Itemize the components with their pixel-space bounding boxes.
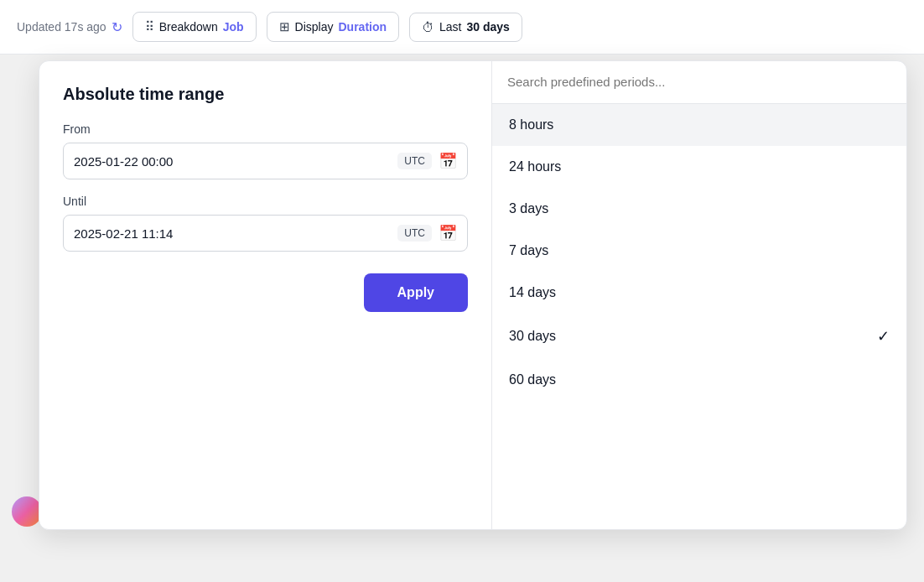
search-box — [492, 61, 906, 104]
period-list: 8 hours24 hours3 days7 days14 days30 day… — [492, 104, 906, 529]
clock-icon: ⏱ — [422, 20, 434, 34]
apply-button[interactable]: Apply — [364, 273, 468, 312]
period-label: 8 hours — [509, 117, 553, 133]
breakdown-job-button[interactable]: ⠿ Breakdown Job — [132, 12, 257, 42]
display-accent: Duration — [338, 20, 387, 34]
until-utc-badge: UTC — [397, 225, 432, 242]
until-label: Until — [63, 195, 468, 208]
search-input[interactable] — [507, 75, 891, 89]
last-30-days-button[interactable]: ⏱ Last 30 days — [409, 13, 522, 42]
until-input-wrapper: UTC 📅 — [63, 215, 468, 252]
until-input[interactable] — [74, 226, 391, 241]
columns-icon: ⊞ — [279, 19, 290, 34]
period-item[interactable]: 8 hours — [492, 104, 906, 146]
period-label: 60 days — [509, 372, 556, 387]
from-label: From — [63, 122, 468, 136]
display-duration-button[interactable]: ⊞ Display Duration — [267, 12, 399, 42]
from-input-wrapper: UTC 📅 — [63, 143, 468, 179]
period-label: 14 days — [509, 285, 556, 300]
left-panel: Absolute time range From UTC 📅 Until UTC… — [39, 61, 492, 529]
last-prefix: Last — [439, 20, 461, 34]
refresh-icon[interactable]: ↻ — [112, 19, 122, 35]
period-item[interactable]: 30 days✓ — [492, 314, 906, 359]
dropdown-panel: Absolute time range From UTC 📅 Until UTC… — [39, 60, 907, 530]
period-item[interactable]: 60 days — [492, 359, 906, 401]
panel-title: Absolute time range — [63, 85, 468, 104]
updated-label: Updated 17s ago — [17, 20, 106, 34]
period-label: 3 days — [509, 201, 548, 216]
display-prefix: Display — [295, 20, 334, 34]
right-panel: 8 hours24 hours3 days7 days14 days30 day… — [492, 61, 906, 529]
until-calendar-icon[interactable]: 📅 — [439, 224, 457, 242]
period-item[interactable]: 14 days — [492, 272, 906, 314]
avatar — [12, 496, 42, 527]
period-label: 30 days — [509, 329, 556, 344]
from-calendar-icon[interactable]: 📅 — [439, 152, 457, 170]
grid-icon: ⠿ — [145, 19, 154, 34]
breakdown-accent: Job — [223, 20, 244, 34]
period-item[interactable]: 7 days — [492, 230, 906, 272]
period-item[interactable]: 3 days — [492, 188, 906, 230]
period-item[interactable]: 24 hours — [492, 146, 906, 188]
check-icon: ✓ — [877, 327, 890, 346]
from-utc-badge: UTC — [397, 153, 432, 169]
updated-text: Updated 17s ago ↻ — [17, 19, 122, 35]
from-input[interactable] — [74, 154, 391, 169]
breakdown-prefix: Breakdown — [159, 20, 218, 34]
topbar: Updated 17s ago ↻ ⠿ Breakdown Job ⊞ Disp… — [0, 0, 924, 55]
last-days: 30 days — [467, 20, 510, 34]
period-label: 24 hours — [509, 159, 561, 174]
period-label: 7 days — [509, 243, 548, 258]
